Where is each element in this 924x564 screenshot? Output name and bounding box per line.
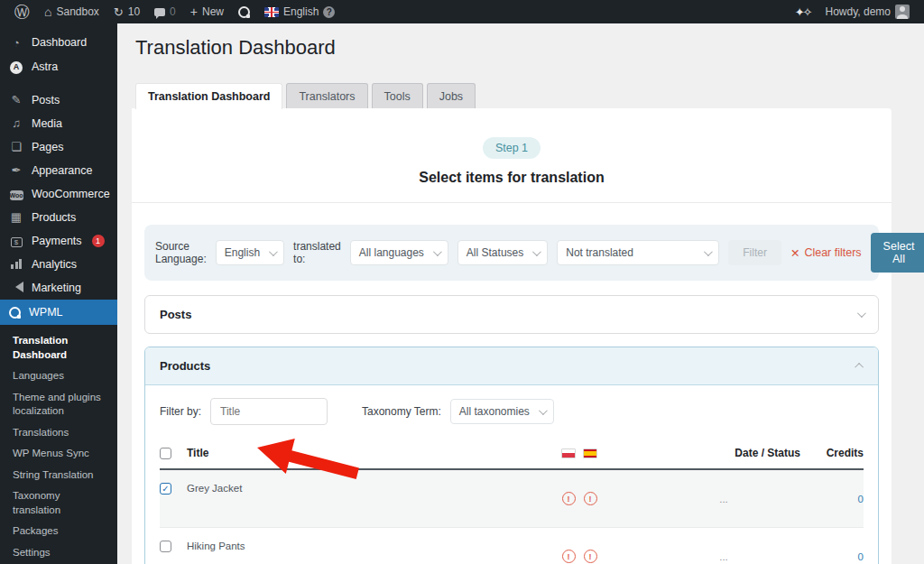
howdy-text: Howdy, demo (826, 5, 891, 18)
submenu-taxonomy-translation[interactable]: Taxonomy translation (0, 485, 117, 521)
title-filter-input[interactable] (210, 398, 328, 425)
row-checkbox[interactable]: ✓ (160, 483, 171, 495)
row-title[interactable]: Hiking Pants (187, 528, 512, 551)
comments-icon (154, 8, 165, 16)
row-title[interactable]: Grey Jacket (187, 470, 512, 494)
appearance-icon: ✒ (9, 164, 23, 176)
menu-separator (0, 79, 117, 88)
step-badge: Step 1 (483, 137, 541, 159)
needs-translation-icon[interactable]: ! (584, 550, 597, 563)
submenu-string-translation[interactable]: String Translation (0, 465, 117, 486)
translation-status-icons: ! ! (512, 492, 647, 505)
submenu-wp-menus-sync[interactable]: WP Menus Sync (0, 443, 117, 465)
my-account-menu[interactable]: Howdy, demo (818, 0, 917, 23)
sidebar-item-appearance[interactable]: ✒Appearance (0, 159, 117, 182)
submenu-languages[interactable]: Languages (0, 365, 117, 387)
status-select[interactable]: All Statuses (457, 240, 548, 265)
wp-logo-menu[interactable]: Ⓦ (7, 0, 37, 23)
sidebar-item-label: WooCommerce (32, 188, 110, 200)
new-content-menu[interactable]: + New (183, 0, 231, 23)
date-status-value: ... (647, 551, 800, 562)
tab-jobs[interactable]: Jobs (427, 83, 476, 109)
submenu-translation-dashboard[interactable]: Translation Dashboard (0, 330, 117, 365)
needs-translation-icon[interactable]: ! (584, 492, 597, 505)
row-checkbox[interactable] (160, 541, 171, 552)
media-icon: ♫ (9, 117, 23, 129)
submenu-packages[interactable]: Packages (0, 521, 117, 542)
tab-translators[interactable]: Translators (286, 83, 367, 109)
taxonomy-term-label: Taxonomy Term: (362, 405, 441, 418)
tab-bar: Translation Dashboard Translators Tools … (135, 83, 924, 109)
sidebar-item-wpml[interactable]: WPML (0, 300, 117, 325)
needs-translation-icon[interactable]: ! (562, 492, 576, 505)
tab-tools[interactable]: Tools (372, 83, 423, 109)
clear-filters-link[interactable]: ✕ Clear filters (790, 246, 862, 260)
target-language-select[interactable]: All languages (350, 240, 448, 265)
select-all-checkbox[interactable] (160, 448, 171, 459)
sidebar-item-posts[interactable]: ✎Posts (0, 88, 117, 112)
sparkles-icon: ✦✧ (795, 5, 811, 19)
dashboard-icon: ◔ (9, 37, 23, 49)
sidebar-item-astra[interactable]: AAstra (0, 54, 117, 79)
translation-status-value: Not translated (566, 246, 633, 259)
sidebar-item-label: Dashboard (32, 36, 87, 49)
wpml-icon (238, 6, 250, 18)
comments-count: 0 (170, 5, 176, 18)
dashboard-panel: Step 1 Select items for translation Sour… (132, 108, 892, 564)
ai-sparkles-button[interactable]: ✦✧ (788, 0, 818, 23)
site-name-link[interactable]: ⌂ Sandbox (37, 0, 106, 23)
sidebar-item-label: Payments (32, 235, 82, 247)
wordpress-logo-icon: Ⓦ (14, 5, 30, 20)
column-title: Title (187, 447, 512, 459)
sidebar-item-marketing[interactable]: Marketing (0, 276, 117, 300)
submenu-settings[interactable]: Settings (0, 542, 117, 564)
admin-bar: Ⓦ ⌂ Sandbox ↻ 10 0 + New English ? ✦✧ Ho… (0, 0, 924, 23)
sidebar-item-media[interactable]: ♫Media (0, 112, 117, 135)
sidebar-item-analytics[interactable]: Analytics (0, 253, 117, 276)
products-accordion-header[interactable]: Products (145, 347, 878, 385)
sidebar-item-payments[interactable]: $Payments1 (0, 229, 117, 254)
taxonomy-select[interactable]: All taxonomies (450, 399, 554, 424)
needs-translation-icon[interactable]: ! (562, 550, 576, 563)
posts-section-title: Posts (160, 308, 191, 321)
home-icon: ⌂ (44, 5, 51, 19)
table-header-row: Title Date / Status Credits (160, 439, 864, 470)
language-label: English (283, 5, 319, 18)
credits-value[interactable]: 0 (800, 551, 864, 562)
submenu-theme-plugins-localization[interactable]: Theme and plugins localization (0, 387, 117, 422)
avatar (895, 5, 910, 19)
filter-by-label: Filter by: (160, 405, 201, 418)
chevron-down-icon (269, 247, 278, 256)
chevron-up-icon (855, 363, 864, 372)
analytics-icon (9, 259, 23, 271)
sidebar-item-woocommerce[interactable]: WooWooCommerce (0, 182, 117, 206)
select-all-button[interactable]: Select All (871, 233, 924, 273)
sidebar-item-products[interactable]: ▦Products (0, 206, 117, 229)
clear-x-icon: ✕ (790, 246, 799, 260)
source-language-select[interactable]: English (216, 240, 284, 265)
submenu-translations[interactable]: Translations (0, 422, 117, 444)
updates-link[interactable]: ↻ 10 (106, 0, 147, 23)
credits-value[interactable]: 0 (800, 494, 864, 504)
comments-link[interactable]: 0 (147, 0, 183, 23)
filter-bar: Source Language: English translated to: … (144, 225, 879, 281)
sidebar-item-pages[interactable]: ❏Pages (0, 135, 117, 159)
wpml-adminbar-menu[interactable] (231, 0, 257, 23)
column-credits: Credits (800, 447, 864, 459)
divider (132, 202, 892, 203)
payments-icon: $ (9, 235, 23, 248)
products-filter-row: Filter by: Taxonomy Term: All taxonomies (145, 385, 878, 436)
translation-status-select[interactable]: Not translated (557, 240, 719, 265)
products-icon: ▦ (9, 211, 23, 223)
sidebar-item-dashboard[interactable]: ◔Dashboard (0, 31, 117, 54)
admin-sidebar: ◔Dashboard AAstra ✎Posts ♫Media ❏Pages ✒… (0, 23, 117, 564)
tab-translation-dashboard[interactable]: Translation Dashboard (135, 83, 282, 109)
source-language-value: English (225, 246, 260, 259)
chevron-down-icon (539, 406, 548, 415)
polish-flag-icon (561, 448, 576, 458)
language-switcher[interactable]: English ? (257, 0, 342, 23)
posts-accordion-header[interactable]: Posts (145, 296, 878, 333)
wpml-submenu: Translation Dashboard Languages Theme an… (0, 325, 117, 564)
filter-button[interactable]: Filter (728, 240, 781, 265)
marketing-icon (9, 282, 23, 294)
